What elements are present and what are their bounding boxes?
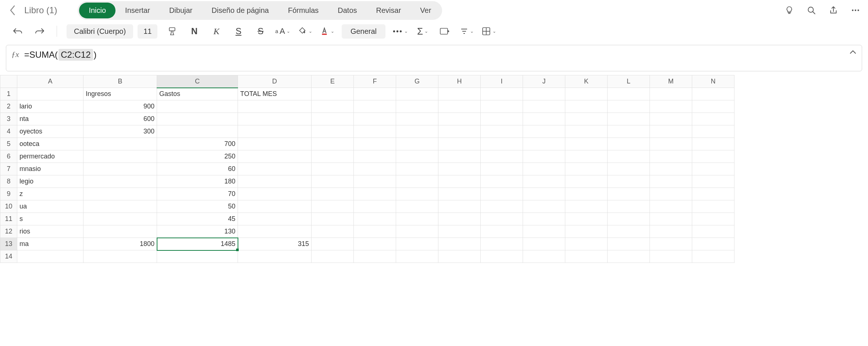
cell-J12[interactable] [523,225,565,238]
column-header-D[interactable]: D [238,75,312,88]
cell-M3[interactable] [650,113,692,125]
cell-J11[interactable] [523,213,565,225]
strikethrough-button[interactable]: S [253,24,268,39]
cell-D6[interactable] [238,150,312,163]
cell-J4[interactable] [523,125,565,138]
cell-G10[interactable] [396,200,438,213]
cell-D9[interactable] [238,188,312,200]
formula-bar[interactable]: ƒx =SUMA( C2:C12 ) [6,45,862,71]
cell-E11[interactable] [312,213,354,225]
cell-A4[interactable]: oyectos [17,125,83,138]
cell-A12[interactable]: rios [17,225,83,238]
cell-K4[interactable] [565,125,608,138]
more-icon[interactable] [850,4,861,16]
row-header-3[interactable]: 3 [0,113,17,125]
cell-G2[interactable] [396,100,438,113]
cell-A1[interactable] [17,88,83,100]
cell-L8[interactable] [608,175,650,188]
cell-M5[interactable] [650,138,692,150]
cell-D14[interactable] [238,250,312,263]
cell-G13[interactable] [396,238,438,250]
cell-J8[interactable] [523,175,565,188]
cell-C7[interactable]: 60 [157,163,238,175]
cell-D10[interactable] [238,200,312,213]
cell-B14[interactable] [83,250,157,263]
cell-B10[interactable] [83,200,157,213]
cell-B8[interactable] [83,175,157,188]
row-header-12[interactable]: 12 [0,225,17,238]
cell-L3[interactable] [608,113,650,125]
cell-G3[interactable] [396,113,438,125]
cell-G9[interactable] [396,188,438,200]
cell-D12[interactable] [238,225,312,238]
cell-L1[interactable] [608,88,650,100]
cell-F1[interactable] [354,88,396,100]
cell-B5[interactable] [83,138,157,150]
cell-N12[interactable] [692,225,734,238]
cell-I1[interactable] [481,88,523,100]
cell-H1[interactable] [438,88,481,100]
cell-F7[interactable] [354,163,396,175]
back-button[interactable] [7,4,18,16]
cell-I3[interactable] [481,113,523,125]
cell-E7[interactable] [312,163,354,175]
cell-B2[interactable]: 900 [83,100,157,113]
row-header-9[interactable]: 9 [0,188,17,200]
cell-N6[interactable] [692,150,734,163]
cell-I2[interactable] [481,100,523,113]
bold-button[interactable]: N [187,24,202,39]
cell-M10[interactable] [650,200,692,213]
cell-N13[interactable] [692,238,734,250]
cell-D13[interactable]: 315 [238,238,312,250]
tab-dibujar[interactable]: Dibujar [160,3,202,18]
cell-M4[interactable] [650,125,692,138]
cell-B3[interactable]: 600 [83,113,157,125]
cell-L2[interactable] [608,100,650,113]
cell-M14[interactable] [650,250,692,263]
search-icon[interactable] [805,4,817,16]
cell-D3[interactable] [238,113,312,125]
cell-L7[interactable] [608,163,650,175]
cell-F13[interactable] [354,238,396,250]
cell-J3[interactable] [523,113,565,125]
share-icon[interactable] [828,4,839,16]
cell-C13[interactable]: 1485 [157,238,238,250]
cell-I6[interactable] [481,150,523,163]
cell-B6[interactable] [83,150,157,163]
fill-color-button[interactable]: ⌄ [298,24,312,39]
cell-J1[interactable] [523,88,565,100]
cell-D11[interactable] [238,213,312,225]
cell-I12[interactable] [481,225,523,238]
cell-B13[interactable]: 1800 [83,238,157,250]
cell-D1[interactable]: TOTAL MES [238,88,312,100]
cell-K2[interactable] [565,100,608,113]
cell-J10[interactable] [523,200,565,213]
column-header-A[interactable]: A [17,75,83,88]
cell-G12[interactable] [396,225,438,238]
column-header-M[interactable]: M [650,75,692,88]
cell-H11[interactable] [438,213,481,225]
row-header-10[interactable]: 10 [0,200,17,213]
row-header-5[interactable]: 5 [0,138,17,150]
number-format-select[interactable]: General [342,24,385,39]
italic-button[interactable]: K [209,24,224,39]
cell-H13[interactable] [438,238,481,250]
cell-M12[interactable] [650,225,692,238]
cell-F5[interactable] [354,138,396,150]
column-header-C[interactable]: C [157,75,238,88]
cell-F8[interactable] [354,175,396,188]
row-header-4[interactable]: 4 [0,125,17,138]
column-header-N[interactable]: N [692,75,734,88]
filter-button[interactable]: ⌄ [459,24,474,39]
cell-A6[interactable]: permercado [17,150,83,163]
cell-B12[interactable] [83,225,157,238]
font-size-select[interactable]: 11 [138,24,157,39]
cell-K13[interactable] [565,238,608,250]
cell-N3[interactable] [692,113,734,125]
cell-H10[interactable] [438,200,481,213]
row-header-8[interactable]: 8 [0,175,17,188]
cell-J6[interactable] [523,150,565,163]
cell-H12[interactable] [438,225,481,238]
formula-input[interactable]: =SUMA( C2:C12 ) [24,49,97,61]
cell-J5[interactable] [523,138,565,150]
